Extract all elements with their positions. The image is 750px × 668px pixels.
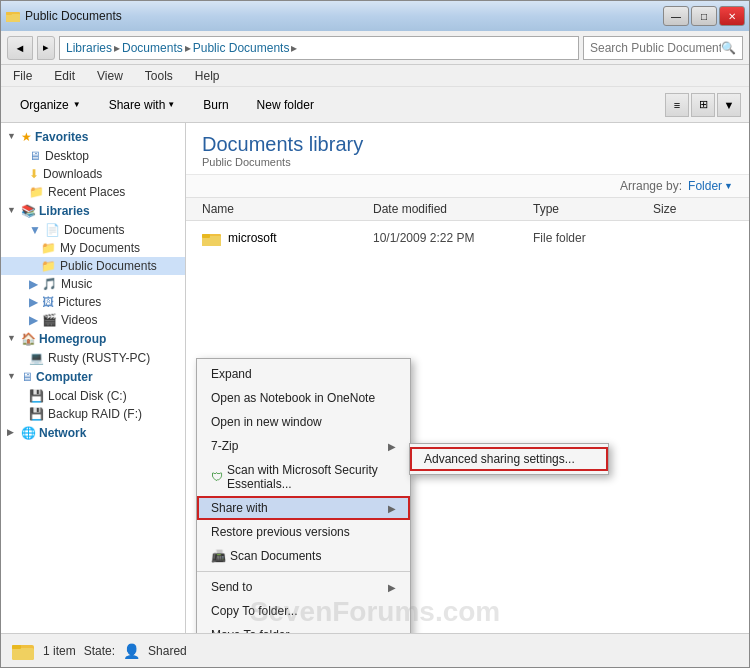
share-arrow-icon: ▼: [167, 100, 175, 109]
back-button[interactable]: ◄: [7, 36, 33, 60]
col-date-header[interactable]: Date modified: [373, 202, 533, 216]
homegroup-header[interactable]: ▼ 🏠 Homegroup: [1, 329, 185, 349]
ctx-scan-docs[interactable]: 📠 Scan Documents: [197, 544, 410, 568]
toolbar: Organize ▼ Share with ▼ Burn New folder …: [1, 87, 749, 123]
favorites-header[interactable]: ▼ ★ Favorites: [1, 127, 185, 147]
favorites-star-icon: ★: [21, 130, 32, 144]
network-section: ▶ 🌐 Network: [1, 423, 185, 443]
svg-rect-5: [202, 234, 210, 238]
arrange-bar: Arrange by: Folder ▼: [186, 175, 749, 198]
desktop-icon: 🖥: [29, 149, 41, 163]
libraries-toggle-icon: ▼: [7, 205, 19, 217]
minimize-button[interactable]: —: [663, 6, 689, 26]
address-path[interactable]: Libraries ▸ Documents ▸ Public Documents…: [59, 36, 579, 60]
ctx-expand-label: Expand: [211, 367, 252, 381]
network-icon: 🌐: [21, 426, 36, 440]
view-tile-button[interactable]: ⊞: [691, 93, 715, 117]
nav-item-documents[interactable]: ▼ 📄 Documents: [1, 221, 185, 239]
ctx-copy-to[interactable]: Copy To folder...: [197, 599, 410, 623]
view-detail-button[interactable]: ≡: [665, 93, 689, 117]
file-date: 10/1/2009 2:22 PM: [373, 231, 533, 245]
maximize-button[interactable]: □: [691, 6, 717, 26]
ctx-restore-versions[interactable]: Restore previous versions: [197, 520, 410, 544]
nav-item-videos[interactable]: ▶ 🎬 Videos: [1, 311, 185, 329]
status-item-count: 1 item: [43, 644, 76, 658]
network-label: Network: [39, 426, 86, 440]
menu-help[interactable]: Help: [189, 67, 226, 85]
submenu-advanced-sharing[interactable]: Advanced sharing settings...: [410, 447, 608, 471]
nav-item-music[interactable]: ▶ 🎵 Music: [1, 275, 185, 293]
libraries-icon: 📚: [21, 204, 36, 218]
music-icon: 🎵: [42, 277, 57, 291]
computer-header[interactable]: ▼ 🖥 Computer: [1, 367, 185, 387]
status-shared-icon: 👤: [123, 643, 140, 659]
breadcrumb-sep-1: ▸: [114, 41, 120, 55]
computer-label: Computer: [36, 370, 93, 384]
recent-places-icon: 📁: [29, 185, 44, 199]
nav-item-desktop[interactable]: 🖥 Desktop: [1, 147, 185, 165]
menu-edit[interactable]: Edit: [48, 67, 81, 85]
share-with-button[interactable]: Share with ▼: [98, 91, 187, 119]
ctx-copy-to-label: Copy To folder...: [211, 604, 298, 618]
ctx-onenote-label: Open as Notebook in OneNote: [211, 391, 375, 405]
ctx-scan-ms[interactable]: 🛡 Scan with Microsoft Security Essential…: [197, 458, 410, 496]
menu-file[interactable]: File: [7, 67, 38, 85]
nav-item-backup-raid[interactable]: 💾 Backup RAID (F:): [1, 405, 185, 423]
libraries-header[interactable]: ▼ 📚 Libraries: [1, 201, 185, 221]
pictures-icon: 🖼: [42, 295, 54, 309]
downloads-icon: ⬇: [29, 167, 39, 181]
explorer-window: Public Documents — □ ✕ ◄ ▸ Libraries ▸ D…: [0, 0, 750, 668]
table-row[interactable]: microsoft 10/1/2009 2:22 PM File folder: [186, 225, 749, 251]
nav-item-local-disk[interactable]: 💾 Local Disk (C:): [1, 387, 185, 405]
search-input[interactable]: [590, 41, 721, 55]
burn-button[interactable]: Burn: [192, 91, 239, 119]
menu-tools[interactable]: Tools: [139, 67, 179, 85]
nav-item-rusty[interactable]: 💻 Rusty (RUSTY-PC): [1, 349, 185, 367]
submenu-advanced-sharing-label: Advanced sharing settings...: [424, 452, 575, 466]
svg-rect-7: [12, 648, 34, 660]
nav-item-my-documents[interactable]: 📁 My Documents: [1, 239, 185, 257]
nav-item-pictures[interactable]: ▶ 🖼 Pictures: [1, 293, 185, 311]
col-type-header[interactable]: Type: [533, 202, 653, 216]
videos-toggle-icon: ▶: [29, 313, 38, 327]
search-icon[interactable]: 🔍: [721, 41, 736, 55]
ctx-expand[interactable]: Expand: [197, 362, 410, 386]
ctx-7zip[interactable]: 7-Zip ▶: [197, 434, 410, 458]
ctx-send-to[interactable]: Send to ▶: [197, 575, 410, 599]
forward-button[interactable]: ▸: [37, 36, 55, 60]
col-name-header[interactable]: Name: [202, 202, 373, 216]
nav-item-public-documents[interactable]: 📁 Public Documents: [1, 257, 185, 275]
arrange-dropdown-icon[interactable]: ▼: [724, 181, 733, 191]
view-preview-button[interactable]: ▼: [717, 93, 741, 117]
col-size-header[interactable]: Size: [653, 202, 733, 216]
nav-item-recent-places[interactable]: 📁 Recent Places: [1, 183, 185, 201]
breadcrumb-documents[interactable]: Documents: [122, 41, 183, 55]
organize-button[interactable]: Organize ▼: [9, 91, 92, 119]
ctx-scan-ms-label: Scan with Microsoft Security Essentials.…: [227, 463, 396, 491]
new-folder-button[interactable]: New folder: [246, 91, 325, 119]
ctx-7zip-arrow-icon: ▶: [388, 441, 396, 452]
svg-rect-2: [6, 12, 12, 15]
libraries-label: Libraries: [39, 204, 90, 218]
nav-item-downloads[interactable]: ⬇ Downloads: [1, 165, 185, 183]
ctx-7zip-label: 7-Zip: [211, 439, 238, 453]
ctx-move-to[interactable]: Move To folder...: [197, 623, 410, 633]
pictures-toggle-icon: ▶: [29, 295, 38, 309]
column-headers: Name Date modified Type Size: [186, 198, 749, 221]
breadcrumb-libraries[interactable]: Libraries: [66, 41, 112, 55]
breadcrumb-public-documents[interactable]: Public Documents: [193, 41, 290, 55]
network-header[interactable]: ▶ 🌐 Network: [1, 423, 185, 443]
ctx-scan-docs-label: Scan Documents: [230, 549, 321, 563]
ctx-open-new-window[interactable]: Open in new window: [197, 410, 410, 434]
ctx-share-with-label: Share with: [211, 501, 268, 515]
ctx-open-onenote[interactable]: Open as Notebook in OneNote: [197, 386, 410, 410]
menu-view[interactable]: View: [91, 67, 129, 85]
ctx-share-with[interactable]: Share with ▶: [197, 496, 410, 520]
arrange-value[interactable]: Folder: [688, 179, 722, 193]
music-toggle-icon: ▶: [29, 277, 38, 291]
ctx-share-with-arrow-icon: ▶: [388, 503, 396, 514]
close-button[interactable]: ✕: [719, 6, 745, 26]
homegroup-label: Homegroup: [39, 332, 106, 346]
search-box[interactable]: 🔍: [583, 36, 743, 60]
library-title: Documents library: [202, 133, 363, 156]
